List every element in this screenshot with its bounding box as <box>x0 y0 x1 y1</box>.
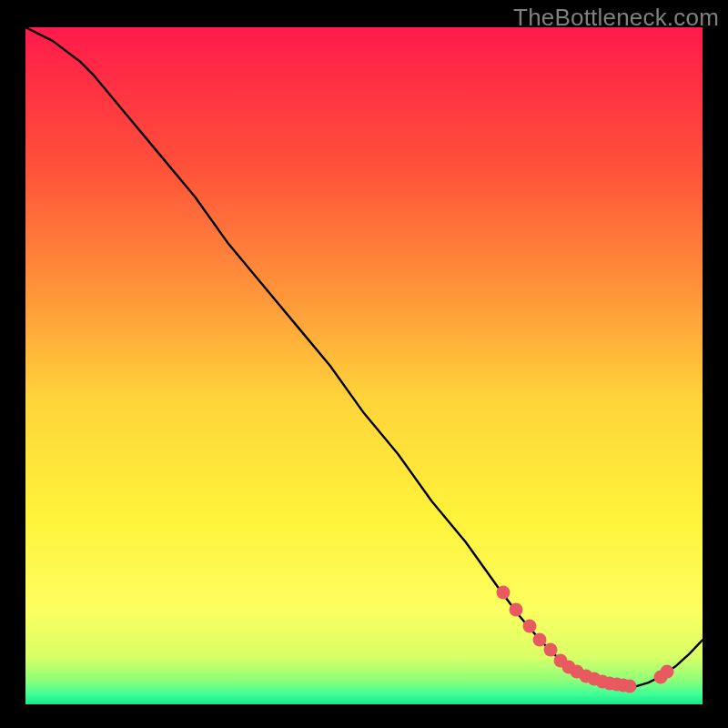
highlight-dot <box>510 602 523 616</box>
highlight-dot <box>496 586 510 600</box>
curve-path <box>25 27 703 687</box>
attribution-text: TheBottleneck.com <box>513 4 719 32</box>
chart-frame: TheBottleneck.com <box>0 0 728 728</box>
highlight-dot <box>623 679 637 693</box>
curve-layer <box>25 27 703 704</box>
highlight-dot <box>523 620 537 633</box>
highlight-dot <box>661 665 674 679</box>
plot-area <box>25 27 703 704</box>
